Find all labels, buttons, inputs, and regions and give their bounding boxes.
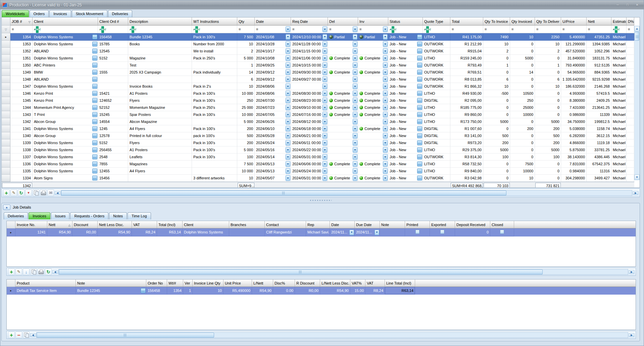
cell-qty[interactable]: 2	[237, 48, 255, 55]
column-header-description[interactable]: Description	[128, 17, 192, 26]
cell-d_pct[interactable]	[627, 132, 634, 139]
cell-total[interactable]: R3 814,30	[450, 154, 483, 161]
dropdown-button[interactable]	[353, 62, 357, 68]
cell-u_price[interactable]: 8.380000	[561, 97, 587, 104]
cell-qty_to_invoice[interactable]: 0	[483, 111, 510, 118]
text-filter-icon[interactable]: ABC	[424, 26, 431, 33]
cell-u_price[interactable]: 0.984000	[561, 168, 587, 175]
column-header-qty_invoiced[interactable]: Qty Invoiced	[510, 17, 535, 26]
cell-qty_invoiced[interactable]: 0	[510, 118, 535, 125]
cell-status[interactable]: Job - New...	[388, 154, 423, 161]
cell-nett[interactable]: 33781.25	[587, 146, 611, 154]
ellipsis-button[interactable]: ...	[92, 169, 97, 174]
dropdown-button[interactable]	[353, 77, 357, 82]
dropdown-button[interactable]	[353, 119, 357, 125]
dropdown-button[interactable]	[286, 119, 290, 125]
cell-req_date[interactable]: 2024/06/06 00:00	[291, 161, 328, 168]
cell-estimator[interactable]: Michael	[611, 111, 627, 118]
cell-client_ord[interactable]: 5152	[98, 139, 128, 146]
cell-d_pct[interactable]	[627, 69, 634, 76]
cell-branches[interactable]	[229, 228, 265, 236]
column-header-qty_to_invoice[interactable]: Qty To Invoice	[483, 17, 510, 26]
table-row[interactable]: 1348ABLAND...62024/09/122024/09/27 00:00…	[2, 76, 634, 83]
dropdown-button[interactable]	[323, 27, 327, 32]
cell-qty_invoiced[interactable]: 5000	[510, 55, 535, 62]
cell-qty_to_deliver[interactable]: 5000	[535, 118, 561, 125]
cell-del[interactable]	[328, 118, 358, 125]
cell-vat[interactable]: R8,24	[132, 228, 157, 236]
cell-date[interactable]: 2024/05/16	[255, 146, 291, 154]
column-header-branches[interactable]: Branches	[229, 221, 265, 228]
cell-client[interactable]: Dolphin Worxs Systems...	[33, 41, 98, 48]
cell-note[interactable]	[380, 228, 405, 236]
dropdown-button[interactable]	[383, 140, 388, 146]
cell-description[interactable]: A4 Flyers	[128, 168, 192, 175]
dropdown-button[interactable]	[323, 98, 327, 103]
cell-req_date[interactable]: 2024/11/06 00:00	[291, 55, 328, 62]
add-button[interactable]	[8, 268, 15, 275]
cell-wt_instructions[interactable]: Pack in 100's	[192, 125, 237, 132]
scroll-right-button[interactable]: ▶	[629, 270, 634, 274]
cell-req_date[interactable]: 2024/09/27 00:00	[291, 76, 328, 83]
ellipsis-button[interactable]: ...	[417, 126, 422, 131]
ellipsis-button[interactable]: ...	[417, 49, 422, 54]
cell-qty_invoiced[interactable]: 10000	[510, 111, 535, 118]
text-filter-icon[interactable]: ABC	[130, 26, 136, 33]
cell-qty[interactable]: 200	[237, 125, 255, 132]
refresh-button[interactable]	[18, 189, 24, 196]
column-header-invoice_line_qty[interactable]: Invoice Line Qty	[193, 279, 224, 287]
cell-qty[interactable]: 250	[237, 97, 255, 104]
cell-estimator[interactable]: Michael	[611, 146, 627, 154]
table-row[interactable]: 1345Kenzo Print...124652FlyersPack in 10…	[2, 97, 634, 104]
column-header-ver[interactable]: Ver	[183, 279, 193, 287]
cell-total[interactable]: R793,49	[450, 62, 483, 69]
mail-button[interactable]	[47, 189, 54, 196]
cell-inv[interactable]	[358, 139, 388, 146]
scroll-left-button[interactable]: ◀	[30, 333, 36, 337]
cell-client[interactable]: Abcon Group...	[33, 132, 98, 139]
cell-nett[interactable]: 2146.268	[587, 83, 611, 90]
cell-qty_to_deliver[interactable]: 200	[535, 125, 561, 132]
column-header-status[interactable]: Status	[388, 17, 423, 26]
cell-job[interactable]: 1339	[10, 139, 33, 146]
cell-d_pct[interactable]	[627, 62, 634, 69]
cell-estimator[interactable]: Michael	[611, 168, 627, 175]
dropdown-button[interactable]	[323, 62, 327, 68]
cell-inv[interactable]	[358, 132, 388, 139]
cell-quote_type[interactable]: OUTWORK	[423, 83, 450, 90]
cell-qty_invoiced[interactable]: 0	[510, 83, 535, 90]
cell-description[interactable]: Printed in full colour	[128, 132, 192, 139]
dropdown-button[interactable]	[383, 133, 388, 139]
ellipsis-button[interactable]: ...	[92, 140, 97, 145]
row-indicator[interactable]	[2, 104, 10, 111]
cell-deposit_received[interactable]: 0	[455, 228, 490, 236]
cell-qty_to_invoice[interactable]: 5000	[483, 146, 510, 154]
cell-u_price[interactable]: 4.993000	[561, 90, 587, 97]
cell-qty_invoiced[interactable]: 0	[510, 132, 535, 139]
cell-client_ord[interactable]: 1555	[98, 69, 128, 76]
ellipsis-button[interactable]: ...	[92, 63, 97, 68]
cell-status[interactable]: Job - New...	[388, 48, 423, 55]
cell-inv[interactable]: Complete	[358, 104, 388, 111]
cell-quote_type[interactable]: OUTWORK	[423, 41, 450, 48]
ellipsis-button[interactable]: ...	[92, 155, 97, 160]
cell-job[interactable]: 1349	[10, 69, 33, 76]
cell-qty[interactable]: 200	[237, 139, 255, 146]
cell-total[interactable]: R185 775,00	[450, 104, 483, 111]
cell-estimator[interactable]: Michael	[611, 132, 627, 139]
cell-nett_less_disc[interactable]: R54,90	[98, 228, 132, 236]
cell-nett[interactable]: 884.9365	[587, 69, 611, 76]
cell-qty_to_invoice[interactable]: 0	[483, 104, 510, 111]
copy-button[interactable]	[30, 268, 37, 275]
cell-qty_to_invoice[interactable]: 10	[483, 83, 510, 90]
ellipsis-button[interactable]: ...	[417, 133, 422, 138]
horizontal-scrollbar[interactable]	[58, 269, 628, 275]
cell-d_pct[interactable]	[627, 118, 634, 125]
column-header-note[interactable]: Note	[76, 279, 146, 287]
cell-client_ord[interactable]	[98, 83, 128, 90]
dropdown-button[interactable]	[323, 119, 327, 125]
cell-quote_type[interactable]: DIGITAL	[423, 125, 450, 132]
cell-estimator[interactable]: Michael	[611, 55, 627, 62]
cell-qty_to_invoice[interactable]: 0	[483, 168, 510, 175]
filter-cell-description[interactable]: ABC	[128, 26, 192, 33]
